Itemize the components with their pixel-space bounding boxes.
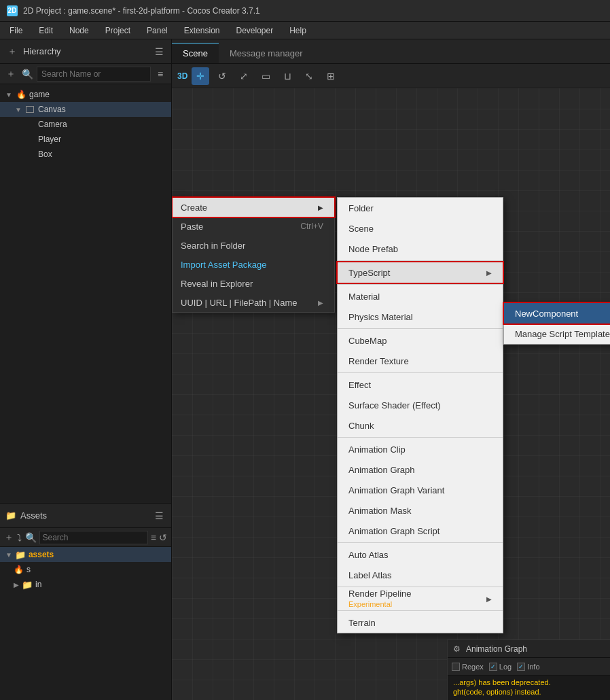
tree-item-player[interactable]: Player — [0, 132, 171, 147]
menu-node[interactable]: Node — [62, 24, 96, 37]
main-layout: ＋ Hierarchy ☰ ＋ 🔍 ≡ ▼ 🔥 game ▼ Canvas — [0, 39, 610, 700]
assets-label-in: in — [35, 580, 41, 589]
regex-checkbox[interactable]: Regex — [452, 663, 484, 671]
info-checkbox-box: ✓ — [517, 663, 525, 671]
hierarchy-search-input[interactable] — [37, 67, 151, 82]
console-output: ...args) has been deprecated. ght(code, … — [448, 676, 610, 700]
title-bar-text: 2D Project : game.scene* - first-2d-plat… — [23, 6, 260, 16]
assets-content: ▼ 📁 assets 🔥 s ▶ 📁 in — [0, 547, 171, 700]
assets-toolbar: ＋ ⤵ 🔍 ≡ ↺ — [0, 528, 171, 547]
tab-message-manager[interactable]: Message manager — [219, 43, 314, 63]
assets-add-btn[interactable]: ＋ — [4, 531, 14, 544]
tab-scene[interactable]: Scene — [172, 43, 219, 63]
arrow-icon: ▶ — [14, 581, 19, 589]
assets-search-input[interactable] — [39, 531, 148, 544]
context-menu-import[interactable]: Import Asset Package — [173, 255, 334, 274]
console-message-1: ght(code, options) instead. — [453, 688, 605, 696]
snap-tool-btn[interactable]: ⤡ — [300, 67, 318, 85]
assets-tree-assets[interactable]: ▼ 📁 assets — [0, 547, 171, 562]
console-title: Animation Graph — [466, 644, 527, 654]
import-label: Import Asset Package — [181, 260, 266, 270]
tree-item-box[interactable]: Box — [0, 147, 171, 162]
tree-label-camera: Camera — [38, 120, 67, 129]
assets-panel: 📁 Assets ☰ ＋ ⤵ 🔍 ≡ ↺ ▼ 📁 assets 🔥 — [0, 503, 171, 700]
context-menu-paste[interactable]: Paste Ctrl+V — [173, 217, 334, 236]
scale-tool-btn[interactable]: ⤢ — [235, 67, 253, 85]
paste-label: Paste — [181, 222, 203, 232]
transform-tool-btn[interactable]: ⊔ — [279, 67, 296, 85]
right-panel: Scene Message manager 3D ✛ ↺ ⤢ ▭ ⊔ ⤡ ⊞ C… — [172, 39, 610, 700]
log-label: Log — [499, 663, 512, 671]
app-icon: 2D — [7, 5, 18, 16]
tree-label-box: Box — [38, 150, 52, 159]
scene-grid — [172, 88, 610, 700]
info-label: Info — [527, 663, 539, 671]
grid-tool-btn[interactable]: ⊞ — [322, 67, 340, 85]
tree-label-player: Player — [38, 135, 61, 144]
hierarchy-list-icon[interactable]: ≡ — [154, 67, 167, 81]
move-tool-btn[interactable]: ✛ — [192, 67, 209, 85]
arrow-icon: ▼ — [5, 91, 14, 99]
menu-developer[interactable]: Developer — [229, 24, 280, 37]
scene-toolbar: 3D ✛ ↺ ⤢ ▭ ⊔ ⤡ ⊞ — [172, 64, 610, 88]
assets-folder-icon: 📁 — [5, 510, 16, 521]
animation-graph-panel: ⚙ Animation Graph Regex ✓ Log ✓ Info — [447, 640, 610, 700]
reveal-label: Reveal in Explorer — [181, 279, 253, 289]
hierarchy-menu-icon[interactable]: ☰ — [152, 45, 166, 58]
paste-shortcut: Ctrl+V — [300, 222, 323, 231]
menu-extension[interactable]: Extension — [177, 24, 227, 37]
tree-item-game[interactable]: ▼ 🔥 game — [0, 87, 171, 102]
regex-checkbox-box — [452, 663, 460, 671]
create-label: Create — [181, 203, 207, 213]
menu-panel[interactable]: Panel — [140, 24, 175, 37]
hierarchy-title: Hierarchy — [23, 46, 148, 56]
assets-collapse-btn[interactable]: ⤵ — [16, 531, 22, 544]
menu-bar: File Edit Node Project Panel Extension D… — [0, 22, 610, 39]
hierarchy-toolbar: ＋ 🔍 ≡ — [0, 64, 171, 84]
menu-project[interactable]: Project — [98, 24, 137, 37]
menu-help[interactable]: Help — [283, 24, 313, 37]
assets-label-assets: assets — [29, 550, 54, 559]
anim-graph-icon: ⚙ — [453, 644, 461, 654]
fire-icon: 🔥 — [16, 90, 26, 99]
label-3d: 3D — [177, 71, 187, 81]
file-context-menu: Create ▶ Paste Ctrl+V Search in Folder I… — [172, 197, 335, 313]
assets-menu-icon[interactable]: ☰ — [152, 509, 166, 523]
hierarchy-add-icon[interactable]: ＋ — [5, 45, 19, 58]
assets-header: 📁 Assets ☰ — [0, 504, 171, 528]
rotate-tool-btn[interactable]: ↺ — [213, 67, 231, 85]
menu-edit[interactable]: Edit — [32, 24, 60, 37]
assets-list-icon[interactable]: ≡ — [151, 531, 157, 544]
scene-view[interactable]: Create ▶ Paste Ctrl+V Search in Folder I… — [172, 88, 610, 700]
log-checkbox[interactable]: ✓ Log — [489, 663, 512, 671]
hierarchy-add-btn[interactable]: ＋ — [4, 67, 18, 81]
console-toolbar: ⚙ Animation Graph — [448, 640, 610, 658]
log-checkbox-box: ✓ — [489, 663, 497, 671]
console-message-0: ...args) has been deprecated. — [453, 678, 605, 686]
regex-label: Regex — [462, 663, 484, 671]
assets-search-icon: 🔍 — [25, 531, 37, 544]
tree-item-camera[interactable]: Camera — [0, 117, 171, 132]
context-menu-create[interactable]: Create ▶ — [173, 198, 334, 217]
assets-tree-in[interactable]: ▶ 📁 in — [0, 577, 171, 592]
context-menu-reveal[interactable]: Reveal in Explorer — [173, 274, 334, 293]
hierarchy-search-icon: 🔍 — [20, 67, 34, 81]
rect-tool-btn[interactable]: ▭ — [257, 67, 274, 85]
tree-item-canvas[interactable]: ▼ Canvas — [0, 102, 171, 117]
tree-label-game: game — [29, 90, 50, 99]
search-folder-label: Search in Folder — [181, 241, 245, 251]
info-checkbox[interactable]: ✓ Info — [517, 663, 539, 671]
assets-label-s: s — [26, 565, 31, 574]
uuid-label: UUID | URL | FilePath | Name — [181, 298, 297, 308]
context-menu-uuid[interactable]: UUID | URL | FilePath | Name ▶ — [173, 293, 334, 312]
folder-icon: 📁 — [22, 580, 33, 590]
fire-icon: 🔥 — [14, 565, 24, 574]
left-panel: ＋ Hierarchy ☰ ＋ 🔍 ≡ ▼ 🔥 game ▼ Canvas — [0, 39, 172, 700]
folder-icon: 📁 — [15, 550, 26, 560]
menu-file[interactable]: File — [3, 24, 29, 37]
hierarchy-tree: ▼ 🔥 game ▼ Canvas Camera Player — [0, 84, 171, 503]
hierarchy-header: ＋ Hierarchy ☰ — [0, 39, 171, 64]
assets-tree-s[interactable]: 🔥 s — [0, 562, 171, 577]
assets-refresh-icon[interactable]: ↺ — [159, 531, 167, 544]
context-menu-search-folder[interactable]: Search in Folder — [173, 236, 334, 255]
